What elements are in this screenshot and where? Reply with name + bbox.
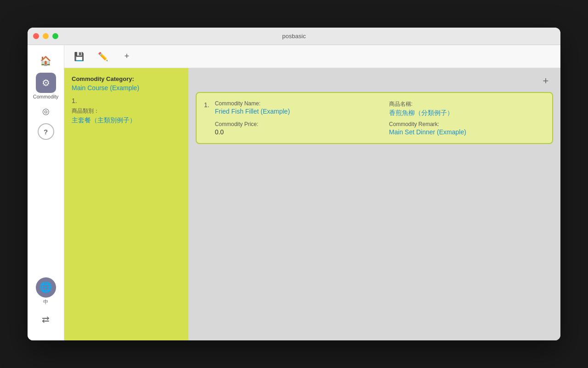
- main-content: 🏠 ⚙ Commodity ◎ ?: [28, 45, 560, 340]
- sidebar-help-button[interactable]: ?: [38, 123, 54, 140]
- sidebar-globe-wrapper: 🌐 中: [36, 277, 56, 305]
- sidebar-top: 🏠 ⚙ Commodity ◎ ?: [33, 51, 59, 277]
- category-pane: Commodity Category: Main Course (Example…: [64, 68, 188, 340]
- commodity-name-en-field: Commodity Name: Fried Fish Fillet (Examp…: [215, 100, 371, 117]
- maximize-button[interactable]: [52, 33, 58, 39]
- commodity-remark-value[interactable]: Main Set Dinner (Exmaple): [389, 128, 545, 136]
- minimize-button[interactable]: [43, 33, 49, 39]
- sidebar-commodity-button[interactable]: ⚙: [36, 73, 56, 93]
- sidebar-globe-button[interactable]: 🌐: [36, 277, 56, 298]
- traffic-lights: [33, 33, 58, 39]
- commodity-name-en-value[interactable]: Fried Fish Fillet (Example): [215, 108, 371, 115]
- category-sublabel: 商品類別：: [72, 107, 181, 115]
- category-subname[interactable]: 主套餐（主類別例子）: [72, 116, 181, 125]
- sidebar-home-wrapper: 🏠: [36, 51, 56, 71]
- commodity-name-zh-field: 商品名稱: 香煎魚柳（分類例子）: [389, 100, 545, 117]
- add-category-button[interactable]: +: [119, 49, 134, 64]
- window-title: posbasic: [282, 33, 305, 40]
- commodity-price-field: Commodity Price: 0.0: [215, 121, 371, 136]
- commodity-pane: + 1. Commodity Name: Fried Fish Fillet (…: [188, 68, 560, 340]
- globe-icon: 🌐: [40, 282, 52, 293]
- category-item-name[interactable]: Main Course (Example): [72, 84, 181, 92]
- close-button[interactable]: [33, 33, 39, 39]
- sidebar-bottom: 🌐 中 ⇄: [36, 277, 56, 335]
- commodity-name-zh-label: 商品名稱:: [389, 100, 545, 108]
- two-pane: Commodity Category: Main Course (Example…: [64, 68, 560, 340]
- save-icon: 💾: [74, 52, 84, 62]
- commodity-card-number: 1.: [204, 100, 209, 109]
- add-commodity-button[interactable]: +: [538, 74, 553, 88]
- commodity-remark-label: Commodity Remark:: [389, 121, 545, 127]
- sidebar-help-wrapper: ?: [38, 123, 54, 140]
- commodity-card-grid: Commodity Name: Fried Fish Fillet (Examp…: [215, 100, 545, 136]
- sidebar-commodity-label: Commodity: [33, 94, 59, 99]
- add-icon: +: [124, 52, 130, 61]
- content-wrapper: 💾 ✏️ + Commodity Category: Main Course (…: [64, 45, 560, 340]
- edit-button[interactable]: ✏️: [96, 49, 110, 64]
- sidebar-settings-button[interactable]: ◎: [36, 101, 56, 121]
- sidebar-lang-label: 中: [43, 299, 48, 305]
- titlebar: posbasic: [28, 28, 560, 45]
- commodity-icon: ⚙: [42, 77, 50, 88]
- sidebar-settings-wrapper: ◎: [36, 101, 56, 121]
- commodity-card[interactable]: 1. Commodity Name: Fried Fish Fillet (Ex…: [196, 92, 553, 144]
- help-icon: ?: [44, 128, 48, 136]
- commodity-remark-field: Commodity Remark: Main Set Dinner (Exmap…: [389, 121, 545, 136]
- commodity-price-value[interactable]: 0.0: [215, 128, 371, 136]
- category-number: 1.: [72, 97, 181, 104]
- sidebar-commodity-wrapper: ⚙ Commodity: [33, 73, 59, 99]
- sidebar: 🏠 ⚙ Commodity ◎ ?: [28, 45, 64, 340]
- save-button[interactable]: 💾: [72, 49, 86, 64]
- commodity-price-label: Commodity Price:: [215, 121, 371, 127]
- category-label: Commodity Category:: [72, 75, 181, 82]
- home-icon: 🏠: [40, 55, 51, 66]
- app-window: posbasic 🏠 ⚙ Commodity: [28, 28, 560, 340]
- edit-icon: ✏️: [98, 52, 108, 62]
- add-commodity-icon: +: [543, 75, 549, 87]
- toolbar: 💾 ✏️ +: [64, 45, 560, 68]
- commodity-name-en-label: Commodity Name:: [215, 100, 371, 107]
- sidebar-home-button[interactable]: 🏠: [36, 51, 56, 71]
- sidebar-swap-button[interactable]: ⇄: [36, 309, 56, 329]
- swap-icon: ⇄: [42, 314, 50, 325]
- settings-icon: ◎: [42, 106, 50, 116]
- commodity-name-zh-value[interactable]: 香煎魚柳（分類例子）: [389, 109, 545, 117]
